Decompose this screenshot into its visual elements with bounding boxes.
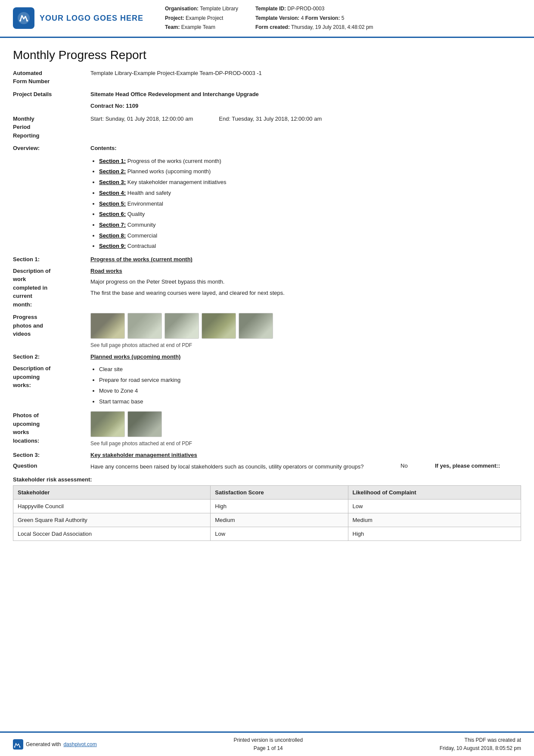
list-item: Move to Zone 4 — [99, 386, 521, 397]
photo-thumb-3 — [165, 313, 199, 339]
desc-work-label: Description ofworkcompleted incurrentmon… — [13, 267, 90, 309]
list-item: Section 5: Environmental — [99, 199, 521, 209]
satisfaction-3: Low — [211, 527, 348, 540]
project-details-container: Sitemate Head Office Redevelopment and I… — [90, 90, 521, 110]
stakeholder-section-title: Stakeholder risk assessment: — [13, 476, 521, 483]
logo-text: YOUR LOGO GOES HERE — [40, 14, 143, 23]
form-number-label: AutomatedForm Number — [13, 69, 90, 86]
photos-label: Progressphotos andvideos — [13, 313, 90, 338]
upcoming-photo-thumb-2 — [127, 411, 162, 437]
list-item: Section 7: Community — [99, 220, 521, 231]
section2-title: Planned works (upcoming month) — [90, 353, 180, 360]
contract-label: Contract No: — [90, 103, 124, 109]
table-row: Local Soccer Dad Association Low High — [13, 527, 521, 540]
report-title: Monthly Progress Report — [13, 48, 521, 62]
upcoming-photo-thumb-1 — [90, 411, 125, 437]
satisfaction-2: Medium — [211, 513, 348, 527]
likelihood-2: Medium — [348, 513, 521, 527]
contract-line: Contract No: 1109 — [90, 102, 521, 110]
overview-row: Overview: Contents: Section 1: Progress … — [13, 144, 521, 252]
upcoming-photos-container — [90, 411, 521, 437]
photos-row: Progressphotos andvideos See full page p… — [13, 313, 521, 349]
section4-link[interactable]: Section 4: — [99, 190, 126, 196]
list-item: Section 1: Progress of the works (curren… — [99, 156, 521, 167]
works-item-1: Clear site — [99, 366, 123, 372]
question-content: Have any concerns been raised by local s… — [90, 462, 521, 471]
footer-left: Generated with dashpivot.com — [13, 739, 97, 750]
section3-text: Key stakeholder management initiatives — [126, 179, 226, 185]
project-details-value: Sitemate Head Office Redevelopment and I… — [90, 90, 521, 99]
form-created-label: Form created: — [255, 24, 290, 30]
section3-label: Section 3: — [13, 452, 90, 458]
section7-link[interactable]: Section 7: — [99, 222, 126, 228]
table-header-stakeholder: Stakeholder — [13, 485, 211, 499]
logo-area: YOUR LOGO GOES HERE — [13, 4, 143, 32]
likelihood-1: Low — [348, 499, 521, 513]
desc-work-line2: The first the base and wearing courses w… — [90, 289, 521, 297]
upcoming-photos-row: Photos ofupcomingworkslocations: See ful… — [13, 411, 521, 447]
team-label: Team: — [165, 24, 180, 30]
period-start: Start: Sunday, 01 July 2018, 12:00:00 am — [90, 115, 193, 140]
monthly-period-label: MonthlyPeriodReporting — [13, 115, 90, 140]
section5-text: Environmental — [126, 200, 163, 207]
section8-text: Commercial — [126, 232, 157, 239]
table-body: Happyville Council High Low Green Square… — [13, 499, 521, 540]
photo-thumb-5 — [239, 313, 273, 339]
header-meta: Organisation: Template Library Project: … — [152, 4, 521, 32]
contract-value: 1109 — [126, 103, 138, 109]
list-item: Prepare for road service marking — [99, 375, 521, 386]
footer-right-line1: This PDF was created at — [440, 736, 521, 744]
photo-thumb-1 — [90, 313, 125, 339]
contents-list: Section 1: Progress of the works (curren… — [90, 156, 521, 252]
form-version-value: 5 — [342, 15, 345, 21]
form-version-label: Form Version: — [305, 15, 340, 21]
form-number-value: Template Library-Example Project-Example… — [90, 69, 521, 78]
footer-link[interactable]: dashpivot.com — [63, 741, 96, 747]
upcoming-works-row: Description ofupcomingworks: Clear site … — [13, 364, 521, 407]
section5-link[interactable]: Section 5: — [99, 200, 126, 207]
section3-link[interactable]: Section 3: — [99, 179, 126, 185]
svg-point-2 — [26, 20, 28, 22]
list-item: Section 9: Contractual — [99, 241, 521, 252]
table-row: Green Square Rail Authority Medium Mediu… — [13, 513, 521, 527]
footer-right-line2: Friday, 10 August 2018, 8:05:52 pm — [440, 744, 521, 753]
form-number-row: AutomatedForm Number Template Library-Ex… — [13, 69, 521, 86]
form-created-value: Thursday, 19 July 2018, 4:48:02 pm — [291, 24, 373, 30]
overview-label: Overview: — [13, 144, 90, 153]
photos-caption: See full page photos attached at end of … — [90, 341, 521, 349]
section1-label: Section 1: — [13, 256, 90, 262]
stakeholder-section: Stakeholder risk assessment: Stakeholder… — [13, 476, 521, 541]
section1-link[interactable]: Section 1: — [99, 158, 126, 164]
project-details-row: Project Details Sitemate Head Office Red… — [13, 90, 521, 110]
upcoming-works-value: Clear site Prepare for road service mark… — [90, 364, 521, 407]
photos-value: See full page photos attached at end of … — [90, 313, 521, 349]
stakeholder-name-2: Green Square Rail Authority — [13, 513, 211, 527]
works-list: Clear site Prepare for road service mark… — [90, 364, 521, 407]
section9-link[interactable]: Section 9: — [99, 243, 126, 249]
section6-link[interactable]: Section 6: — [99, 211, 126, 217]
stakeholder-table: Stakeholder Satisfaction Score Likelihoo… — [13, 485, 521, 541]
desc-work-line1: Major progress on the Peter Street bypas… — [90, 278, 521, 286]
upcoming-photos-value: See full page photos attached at end of … — [90, 411, 521, 447]
photos-container — [90, 313, 521, 339]
footer: Generated with dashpivot.com Printed ver… — [0, 731, 534, 756]
contents-label: Contents: — [90, 144, 521, 153]
team-value: Example Team — [181, 24, 215, 30]
footer-center-line2: Page 1 of 14 — [233, 744, 303, 753]
main-content: Monthly Progress Report AutomatedForm Nu… — [0, 38, 534, 731]
section2-link[interactable]: Section 2: — [99, 168, 126, 175]
section7-text: Community — [126, 222, 155, 228]
org-value: Template Library — [200, 6, 238, 12]
section2-header-row: Section 2: Planned works (upcoming month… — [13, 353, 521, 360]
table-header-row: Stakeholder Satisfaction Score Likelihoo… — [13, 485, 521, 499]
works-item-4: Start tarmac base — [99, 398, 143, 405]
section1-header-row: Section 1: Progress of the works (curren… — [13, 256, 521, 262]
upcoming-photos-label: Photos ofupcomingworkslocations: — [13, 411, 90, 445]
section8-link[interactable]: Section 8: — [99, 232, 126, 239]
project-value: Example Project — [186, 15, 223, 21]
list-item: Section 6: Quality — [99, 209, 521, 220]
monthly-period-value: Start: Sunday, 01 July 2018, 12:00:00 am… — [90, 115, 322, 140]
footer-generated-text: Generated with — [26, 741, 61, 747]
list-item: Section 8: Commercial — [99, 231, 521, 241]
section3-header-row: Section 3: Key stakeholder management in… — [13, 452, 521, 458]
